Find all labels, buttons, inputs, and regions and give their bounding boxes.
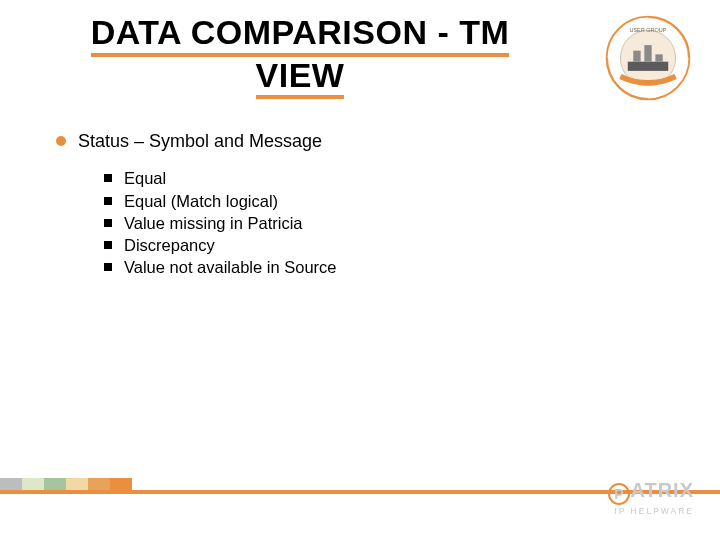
bullet-level1-text: Status – Symbol and Message bbox=[78, 130, 322, 153]
brand-tagline: IP HELPWARE bbox=[608, 507, 694, 516]
brand-name: PATRIX bbox=[608, 480, 694, 505]
list-item-text: Discrepancy bbox=[124, 234, 215, 256]
stripe-seg bbox=[66, 478, 88, 490]
stripe-seg bbox=[110, 478, 132, 490]
stripe-seg bbox=[88, 478, 110, 490]
list-item: Equal (Match logical) bbox=[104, 190, 680, 212]
stripe-seg bbox=[0, 478, 22, 490]
svg-rect-3 bbox=[633, 51, 640, 62]
square-bullet-icon bbox=[104, 174, 112, 182]
slide-title: DATA COMPARISON - TM VIEW bbox=[80, 14, 520, 99]
list-item-text: Value not available in Source bbox=[124, 256, 337, 278]
color-stripe bbox=[0, 478, 132, 490]
title-line-1: DATA COMPARISON - TM bbox=[91, 14, 510, 57]
brand-name-text: ATRIX bbox=[630, 479, 694, 501]
list-item-text: Equal (Match logical) bbox=[124, 190, 278, 212]
list-item: Discrepancy bbox=[104, 234, 680, 256]
sub-list: Equal Equal (Match logical) Value missin… bbox=[104, 167, 680, 278]
square-bullet-icon bbox=[104, 241, 112, 249]
list-item-text: Value missing in Patricia bbox=[124, 212, 303, 234]
slide-body: Status – Symbol and Message Equal Equal … bbox=[56, 130, 680, 279]
bullet-level1: Status – Symbol and Message bbox=[56, 130, 680, 153]
stripe-seg bbox=[22, 478, 44, 490]
svg-rect-5 bbox=[655, 54, 662, 61]
footer: PATRIX IP HELPWARE bbox=[0, 478, 720, 522]
letter-p-icon: P bbox=[608, 483, 630, 505]
list-item: Value missing in Patricia bbox=[104, 212, 680, 234]
square-bullet-icon bbox=[104, 263, 112, 271]
list-item: Value not available in Source bbox=[104, 256, 680, 278]
bullet-dot-icon bbox=[56, 136, 66, 146]
list-item: Equal bbox=[104, 167, 680, 189]
svg-rect-2 bbox=[628, 62, 668, 71]
list-item-text: Equal bbox=[124, 167, 166, 189]
brand-logo: PATRIX IP HELPWARE bbox=[608, 480, 694, 516]
title-line-2: VIEW bbox=[256, 57, 345, 100]
conference-badge-icon: USER GROUP bbox=[602, 12, 694, 104]
svg-text:USER GROUP: USER GROUP bbox=[629, 27, 666, 33]
square-bullet-icon bbox=[104, 197, 112, 205]
svg-rect-4 bbox=[644, 45, 651, 62]
stripe-seg bbox=[44, 478, 66, 490]
slide: DATA COMPARISON - TM VIEW USER GROUP Sta… bbox=[0, 0, 720, 540]
square-bullet-icon bbox=[104, 219, 112, 227]
